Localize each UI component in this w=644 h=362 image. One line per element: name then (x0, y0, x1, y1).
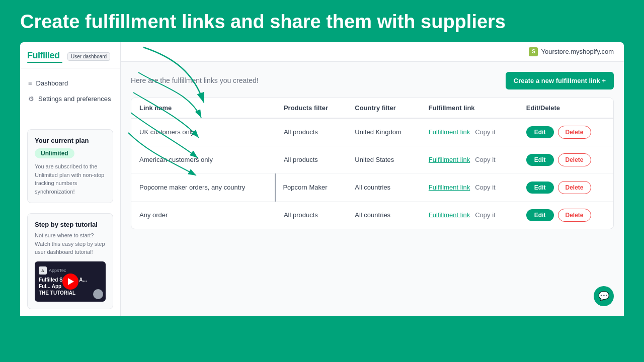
cell-link-name: American customers only (131, 146, 276, 173)
fulfillment-table: Link name Products filter Country filter… (131, 98, 613, 229)
content-subtitle: Here are the fulfillment links you creat… (131, 76, 259, 84)
chat-icon: 💬 (598, 291, 609, 302)
sidebar: Fulfilled User dashboard ≡ Dashboard ⚙ S… (20, 42, 121, 316)
video-subtitle: Ful... App (39, 283, 61, 290)
fulfillment-link-text[interactable]: Fulfillment link (429, 128, 470, 136)
edit-button[interactable]: Edit (526, 209, 554, 221)
video-subtitle2: THE TUTORIAL (39, 290, 75, 296)
plan-badge: Unlimited (35, 148, 74, 158)
edit-button[interactable]: Edit (526, 154, 554, 166)
content-header: Here are the fulfillment links you creat… (131, 72, 614, 89)
dashboard-icon: ≡ (28, 79, 32, 87)
copy-button[interactable]: Copy it (475, 184, 495, 191)
cell-link-name: Any order (131, 201, 276, 229)
sidebar-item-label: Dashboard (36, 79, 68, 87)
content-body: Here are the fulfillment links you creat… (121, 62, 624, 316)
brand-group: Fulfilled (27, 50, 62, 63)
delete-button[interactable]: Delete (558, 209, 591, 222)
cell-country-filter: United States (347, 146, 421, 173)
cell-fulfillment-link: Fulfillment linkCopy it (421, 118, 518, 146)
cell-fulfillment-link: Fulfillment linkCopy it (421, 201, 518, 229)
cell-fulfillment-link: Fulfillment linkCopy it (421, 173, 518, 201)
store-info: S Yourstore.myshopify.com (529, 47, 614, 56)
fulfillment-table-wrapper: Link name Products filter Country filter… (131, 98, 614, 229)
cell-actions: EditDelete (518, 146, 613, 173)
table-row: UK customers onlyAll productsUnited King… (131, 118, 613, 146)
play-triangle-icon (68, 278, 74, 285)
sidebar-item-dashboard[interactable]: ≡ Dashboard (20, 75, 120, 91)
col-fulfillment-link: Fulfillment link (421, 98, 518, 118)
col-link-name: Link name (131, 98, 276, 118)
cell-link-name: UK customers only (131, 118, 276, 146)
tutorial-description: Not sure where to start? Watch this easy… (35, 231, 106, 256)
header-row: Link name Products filter Country filter… (131, 98, 613, 118)
cell-country-filter: All countries (347, 173, 421, 201)
sidebar-header: Fulfilled User dashboard (20, 42, 120, 68)
chat-button[interactable]: 💬 (594, 286, 614, 306)
plan-section: Your current plan Unlimited You are subs… (27, 129, 113, 203)
col-country-filter: Country filter (347, 98, 421, 118)
cell-actions: EditDelete (518, 201, 613, 229)
shopify-icon: S (529, 47, 538, 56)
delete-button[interactable]: Delete (558, 153, 591, 166)
table-row: American customers onlyAll productsUnite… (131, 146, 613, 173)
sidebar-item-label: Settings and preferences (38, 95, 111, 103)
cell-link-name: Popcorne maker orders, any country (131, 173, 276, 201)
sidebar-item-settings[interactable]: ⚙ Settings and preferences (20, 91, 120, 107)
tutorial-section: Step by step tutorial Not sure where to … (27, 213, 113, 309)
col-edit-delete: Edit/Delete (518, 98, 613, 118)
cell-country-filter: United Kingdom (347, 118, 421, 146)
cell-fulfillment-link: Fulfillment linkCopy it (421, 146, 518, 173)
cell-actions: EditDelete (518, 118, 613, 146)
cell-products-filter: Popcorn Maker (276, 173, 347, 201)
tutorial-title: Step by step tutorial (35, 221, 106, 228)
app-container: Fulfilled User dashboard ≡ Dashboard ⚙ S… (20, 42, 624, 316)
app-icon: A (39, 266, 47, 275)
settings-icon: ⚙ (28, 95, 34, 103)
table-row: Any orderAll productsAll countriesFulfil… (131, 201, 613, 229)
topbar: S Yourstore.myshopify.com (121, 42, 624, 62)
delete-button[interactable]: Delete (558, 126, 591, 139)
app-label: AppsTec (49, 268, 66, 273)
plan-title: Your current plan (35, 137, 106, 144)
cell-products-filter: All products (276, 201, 347, 229)
copy-button[interactable]: Copy it (475, 128, 495, 136)
sidebar-badge: User dashboard (67, 52, 110, 61)
cell-products-filter: All products (276, 146, 347, 173)
edit-button[interactable]: Edit (526, 126, 554, 138)
plan-description: You are subscribed to the Unlimited plan… (35, 162, 106, 196)
video-thumbnail[interactable]: A AppsTec Fulfilled Shopify A... Ful... … (35, 261, 106, 302)
fulfillment-link-text[interactable]: Fulfillment link (429, 156, 470, 163)
cell-actions: EditDelete (518, 173, 613, 201)
table-header: Link name Products filter Country filter… (131, 98, 613, 118)
copy-button[interactable]: Copy it (475, 211, 495, 219)
main-content: S Yourstore.myshopify.com Here are the f… (121, 42, 624, 316)
create-fulfillment-link-button[interactable]: Create a new fulfillment link + (506, 72, 614, 89)
table-body: UK customers onlyAll productsUnited King… (131, 118, 613, 229)
sidebar-brand: Fulfilled (27, 50, 62, 61)
table-row: Popcorne maker orders, any countryPopcor… (131, 173, 613, 201)
store-name: Yourstore.myshopify.com (541, 48, 614, 55)
delete-button[interactable]: Delete (558, 181, 591, 194)
banner-heading: Create fulfillment links and share them … (20, 11, 624, 33)
video-avatar (93, 289, 103, 299)
edit-button[interactable]: Edit (526, 182, 554, 194)
fulfillment-link-text[interactable]: Fulfillment link (429, 211, 470, 219)
fulfillment-link-text[interactable]: Fulfillment link (429, 184, 470, 191)
cell-products-filter: All products (276, 118, 347, 146)
play-button[interactable] (62, 274, 78, 290)
cell-country-filter: All countries (347, 201, 421, 229)
col-products-filter: Products filter (276, 98, 347, 118)
header-banner: Create fulfillment links and share them … (0, 0, 644, 42)
copy-button[interactable]: Copy it (475, 156, 495, 163)
sidebar-nav: ≡ Dashboard ⚙ Settings and preferences (20, 68, 120, 125)
brand-underline (27, 62, 62, 63)
